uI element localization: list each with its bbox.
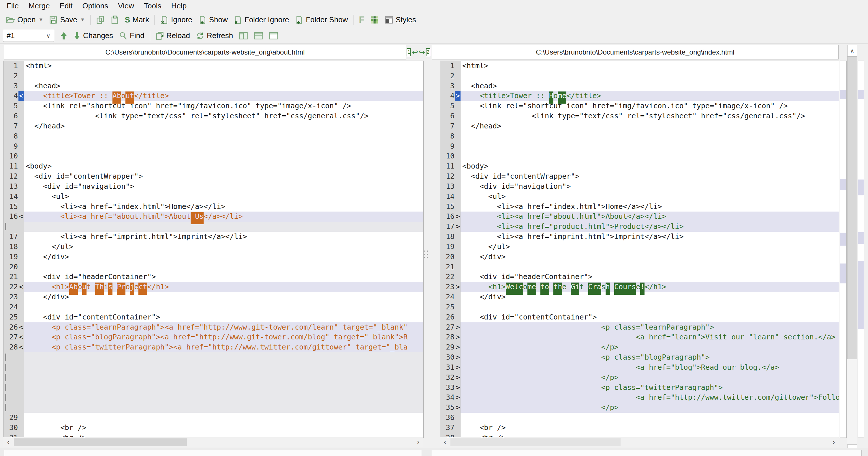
layout-vertical-split-button[interactable]: [236, 31, 251, 41]
copy-to-left-button[interactable]: 1↩: [407, 46, 418, 59]
code-line[interactable]: 15 <li><a href="index.html">Home</a></li…: [440, 202, 839, 212]
code-line[interactable]: 9: [4, 141, 423, 151]
code-line[interactable]: 17 <li><a href="imprint.html">Imprint</a…: [4, 232, 423, 242]
code-line[interactable]: 12 <div id="contentWrapper">: [4, 171, 423, 181]
code-line[interactable]: 9: [440, 141, 839, 151]
right-diff-overview-strip[interactable]: [858, 61, 864, 438]
code-line[interactable]: 1<html>: [440, 61, 839, 71]
scroll-left-arrow-icon[interactable]: ‹: [441, 437, 449, 447]
code-line[interactable]: 24: [4, 302, 423, 312]
code-line[interactable]: 30> <p class="blogParagraph">: [440, 352, 839, 363]
code-line[interactable]: 15 <li><a href="index.html">Home</a></li…: [4, 202, 423, 212]
code-line[interactable]: 19 </ul>: [440, 242, 839, 252]
code-line[interactable]: 21 <div id="headerContainer">: [4, 272, 423, 282]
code-line[interactable]: 21: [440, 262, 839, 272]
color-grid-button[interactable]: [367, 15, 382, 25]
diff-location-mark[interactable]: [840, 263, 846, 283]
diff-location-mark[interactable]: [858, 261, 864, 329]
code-line[interactable]: 10: [440, 151, 839, 161]
code-line[interactable]: 27< <p class="blogParagraph"><a href="ht…: [4, 332, 423, 342]
save-button[interactable]: Save▼: [46, 14, 88, 25]
code-line[interactable]: 29: [4, 413, 423, 423]
open-button[interactable]: Open▼: [3, 14, 46, 25]
code-line[interactable]: 4< <title>Tower :: About</title>: [4, 91, 423, 101]
code-line[interactable]: 29> </p>: [440, 342, 839, 352]
code-line[interactable]: 7 </head>: [4, 121, 423, 131]
horizontal-scroll-thumb[interactable]: [14, 438, 187, 446]
left-file-path-header[interactable]: C:\Users\brunobrito\Documents\carparts-w…: [4, 45, 406, 59]
code-line[interactable]: 6 <link type="text/css" rel="stylesheet"…: [440, 111, 839, 121]
code-line[interactable]: 22 <div id="headerContainer">: [440, 272, 839, 282]
horizontal-scroll-thumb[interactable]: [451, 438, 621, 446]
diff-location-mark[interactable]: [840, 233, 846, 246]
scroll-right-arrow-icon[interactable]: ›: [829, 437, 838, 447]
menu-file[interactable]: File: [2, 0, 24, 11]
dropdown-chevron-icon[interactable]: ▼: [80, 17, 85, 23]
code-line[interactable]: 12 <div id="contentWrapper">: [440, 171, 839, 181]
menu-tools[interactable]: Tools: [139, 0, 166, 11]
scroll-up-arrow-icon[interactable]: ∧: [847, 45, 857, 57]
code-line[interactable]: 26 <div id="contentContainer">: [440, 312, 839, 322]
dropdown-chevron-icon[interactable]: ▼: [39, 17, 43, 23]
right-code-pane[interactable]: 1<html>23 <head>4> <title>Tower :: Home<…: [440, 61, 839, 438]
code-line[interactable]: 13 <div id="navigation">: [440, 181, 839, 192]
refresh-button[interactable]: Refresh: [193, 30, 236, 41]
code-line[interactable]: 16< <li><a href="about.html">About Us</a…: [4, 211, 423, 222]
diff-location-mark[interactable]: [858, 179, 864, 195]
code-line[interactable]: 1<html>: [4, 61, 423, 71]
code-line[interactable]: 24 </div>: [440, 292, 839, 302]
code-line[interactable]: 14 <ul>: [440, 192, 839, 202]
diff-location-mark[interactable]: [840, 179, 846, 190]
ghost-line[interactable]: [4, 352, 423, 363]
right-horizontal-scrollbar[interactable]: ‹ ›: [440, 437, 839, 447]
menu-options[interactable]: Options: [77, 0, 113, 11]
code-line[interactable]: 25 <div id="contentContainer">: [4, 312, 423, 322]
code-line[interactable]: 10: [4, 151, 423, 161]
styles-button[interactable]: Styles: [382, 14, 419, 25]
code-line[interactable]: 4> <title>Tower :: Home</title>: [440, 91, 839, 101]
code-line[interactable]: 35> </p>: [440, 403, 839, 413]
diff-location-mark[interactable]: [840, 90, 846, 99]
code-line[interactable]: 2: [440, 71, 839, 81]
code-line[interactable]: 8: [440, 131, 839, 141]
left-horizontal-scrollbar[interactable]: ‹ ›: [3, 437, 423, 447]
code-line[interactable]: 11<body>: [440, 161, 839, 171]
folder-ignore-button[interactable]: Folder Ignore: [231, 14, 292, 25]
menu-edit[interactable]: Edit: [55, 0, 78, 11]
code-line[interactable]: 25: [440, 302, 839, 312]
find-button[interactable]: Find: [116, 30, 147, 41]
code-line[interactable]: 37 <br />: [440, 423, 839, 433]
code-line[interactable]: 3 <head>: [440, 81, 839, 91]
diff-location-mark[interactable]: [858, 90, 864, 99]
reload-button[interactable]: Reload: [153, 30, 193, 41]
ghost-line[interactable]: [4, 363, 423, 373]
code-line[interactable]: 23 </div>: [4, 292, 423, 302]
ghost-line[interactable]: [4, 403, 423, 413]
code-line[interactable]: 13 <div id="navigation">: [4, 181, 423, 192]
code-line[interactable]: 19 </div>: [4, 252, 423, 262]
layout-horizontal-split-button[interactable]: [251, 31, 266, 41]
code-line[interactable]: 28> <a href="learn">Visit our "learn" se…: [440, 332, 839, 342]
code-line[interactable]: 32> </p>: [440, 373, 839, 383]
code-line[interactable]: 30 <br />: [4, 423, 423, 433]
code-line[interactable]: 6 <link type="text/css" rel="stylesheet"…: [4, 111, 423, 121]
code-line[interactable]: 27> <p class="learnParagraph">: [440, 322, 839, 333]
code-line[interactable]: 3 <head>: [4, 81, 423, 91]
splitter-grip[interactable]: [424, 251, 428, 269]
ghost-line[interactable]: [4, 222, 423, 232]
code-line[interactable]: 8: [4, 131, 423, 141]
code-line[interactable]: 17> <li><a href="product.html">Product</…: [440, 222, 839, 232]
paste-button[interactable]: [107, 15, 122, 25]
ghost-line[interactable]: [4, 383, 423, 393]
menu-merge[interactable]: Merge: [24, 0, 55, 11]
font-button[interactable]: F: [356, 13, 367, 26]
show-button[interactable]: Show: [195, 14, 231, 25]
scroll-left-arrow-icon[interactable]: ‹: [4, 437, 13, 447]
code-line[interactable]: 2: [4, 71, 423, 81]
diff-location-mark[interactable]: [858, 232, 864, 244]
code-line[interactable]: 20: [4, 262, 423, 272]
folder-show-button[interactable]: Folder Show: [292, 14, 351, 25]
ghost-line[interactable]: [4, 393, 423, 403]
previous-change-button[interactable]: [57, 30, 70, 41]
ignore-button[interactable]: Ignore: [157, 14, 195, 25]
